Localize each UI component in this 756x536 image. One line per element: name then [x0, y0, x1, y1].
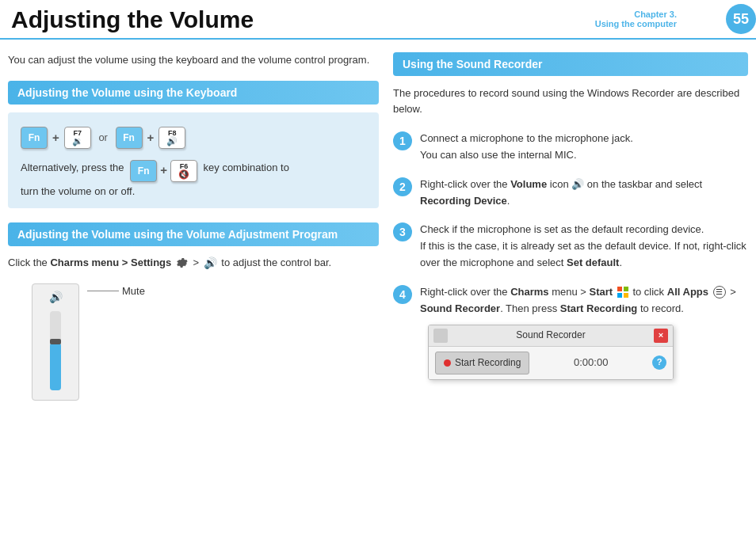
- charms-after: to adjust the control bar.: [221, 257, 331, 268]
- step-content-2: Right-click over the Volume icon 🔊 on th…: [420, 177, 748, 210]
- recorder-title-text: Sound Recorder: [448, 328, 654, 343]
- step2-recording-device: Recording Device: [420, 195, 507, 207]
- start-recording-button[interactable]: Start Recording: [435, 352, 529, 374]
- recorder-window: Sound Recorder × Start Recording 0:00:00…: [428, 325, 674, 379]
- charms-before: Click the: [8, 257, 50, 268]
- key-f6: F6 🔇: [170, 160, 197, 182]
- step-content-3: Check if the microphone is set as the de…: [420, 222, 748, 271]
- slider-fill: [50, 343, 61, 390]
- step-number-4: 4: [393, 285, 412, 304]
- step1-text: Connect a microphone to the microphone j…: [420, 132, 633, 144]
- windows-icon: [617, 287, 628, 298]
- sound-recorder-heading: Using the Sound Recorder: [393, 52, 748, 76]
- steps-list: 1 Connect a microphone to the microphone…: [393, 131, 748, 380]
- slider-track[interactable]: [50, 311, 61, 390]
- alt-text-after: key combination to: [200, 160, 289, 176]
- step-item-4: 4 Right-click over the Charms menu > Sta…: [393, 284, 748, 380]
- step2-volume-bold: Volume: [510, 178, 547, 190]
- key-fn-3: Fn: [130, 160, 157, 182]
- key-fn-2: Fn: [116, 127, 143, 149]
- intro-text: You can adjust the volume using the keyb…: [8, 52, 379, 68]
- step4-charms: Charms: [510, 286, 548, 298]
- keyboard-box: Fn + F7 🔉 or Fn + F8 🔊: [8, 112, 379, 208]
- alt-combo-row: Alternatively, press the Fn + F6 🔇 key c…: [21, 160, 366, 182]
- recorder-window-icon: [433, 329, 448, 343]
- volume-adj-box: Click the Charms menu > Settings > 🔊 to …: [8, 254, 379, 401]
- svg-rect-1: [624, 287, 628, 291]
- mute-label: Mute: [122, 285, 145, 297]
- page-header: Adjusting the Volume Chapter 3.Using the…: [0, 0, 756, 40]
- mute-line: [87, 291, 119, 291]
- volume-taskbar-icon: 🔊: [571, 177, 584, 193]
- step4-start: Start: [590, 286, 613, 298]
- step-number-3: 3: [393, 222, 412, 241]
- step-content-1: Connect a microphone to the microphone j…: [420, 131, 748, 164]
- help-button[interactable]: ?: [652, 355, 666, 370]
- step-content-4: Right-click over the Charms menu > Start…: [420, 284, 748, 380]
- recorder-body: Start Recording 0:00:00 ?: [429, 347, 673, 379]
- keyboard-section-heading: Adjusting the Volume using the Keyboard: [8, 81, 379, 105]
- step3-subtext: If this is the case, it is already set a…: [420, 240, 746, 268]
- plus-3: +: [160, 162, 167, 180]
- gear-icon: [176, 257, 189, 269]
- svg-rect-3: [624, 293, 628, 298]
- start-recording-label: Start Recording: [455, 355, 521, 371]
- step4-all-apps: All Apps: [667, 286, 708, 298]
- key-f8: F8 🔊: [158, 127, 185, 149]
- slider-icon-row: 🔊: [49, 291, 63, 303]
- plus-1: +: [52, 131, 59, 144]
- step1-subtext: You can also use the internal MIC.: [420, 149, 577, 161]
- left-column: You can adjust the volume using the keyb…: [8, 52, 379, 412]
- charms-mid: >: [193, 257, 202, 268]
- recorder-close-button[interactable]: ×: [654, 329, 668, 343]
- alt-text-before: Alternatively, press the: [21, 160, 127, 176]
- key-fn-1: Fn: [21, 127, 48, 149]
- slider-thumb: [50, 339, 61, 344]
- step3-set-default: Set default: [567, 257, 619, 268]
- step4-start-recording: Start Recording: [560, 302, 638, 314]
- slider-illustration: 🔊 Mute: [32, 283, 379, 401]
- turn-off-text: turn the volume on or off.: [21, 185, 366, 197]
- step-item-3: 3 Check if the microphone is set as the …: [393, 222, 748, 271]
- or-label: or: [96, 131, 111, 143]
- svg-rect-0: [617, 287, 622, 291]
- svg-rect-2: [617, 293, 622, 298]
- slider-box: 🔊: [32, 283, 79, 401]
- right-column: Using the Sound Recorder The procedures …: [393, 52, 748, 412]
- record-dot: [444, 359, 451, 367]
- step-number-1: 1: [393, 131, 412, 150]
- charms-text: Click the Charms menu > Settings > 🔊 to …: [8, 254, 379, 273]
- keyboard-row-1: Fn + F7 🔉 or Fn + F8 🔊: [21, 127, 366, 149]
- volume-icon-inline: 🔊: [204, 254, 217, 273]
- recorder-title-bar: Sound Recorder ×: [429, 325, 673, 346]
- chapter-label: Chapter 3.Using the computer: [595, 10, 677, 29]
- header-right: Chapter 3.Using the computer 55: [595, 4, 756, 34]
- charms-bold: Charms menu > Settings: [50, 257, 171, 268]
- slider-speaker-icon: 🔊: [49, 291, 63, 303]
- mute-label-container: Mute: [87, 285, 145, 297]
- page-title: Adjusting the Volume: [11, 0, 595, 38]
- apps-icon: ☰: [713, 286, 726, 298]
- volume-adj-heading: Adjusting the Volume using the Volume Ad…: [8, 222, 379, 246]
- timer-display: 0:00:00: [537, 355, 644, 371]
- page-number-badge: 55: [726, 4, 756, 34]
- main-content: You can adjust the volume using the keyb…: [0, 52, 756, 412]
- plus-2: +: [147, 131, 155, 144]
- key-f7: F7 🔉: [64, 127, 91, 149]
- step4-sound-recorder: Sound Recorder: [420, 302, 500, 314]
- step-item-2: 2 Right-click over the Volume icon 🔊 on …: [393, 177, 748, 210]
- step-number-2: 2: [393, 177, 412, 196]
- recorder-intro: The procedures to record sound using the…: [393, 86, 748, 116]
- alt-combo-inline: Fn + F6 🔇: [130, 160, 197, 182]
- step-item-1: 1 Connect a microphone to the microphone…: [393, 131, 748, 164]
